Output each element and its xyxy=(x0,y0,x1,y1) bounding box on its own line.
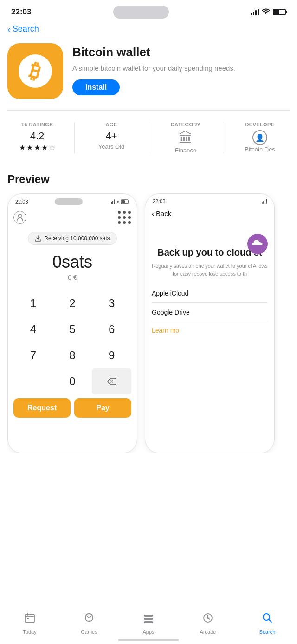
key-8[interactable]: 8 xyxy=(53,342,92,368)
app-name: Bitcoin wallet xyxy=(72,45,290,59)
ss1-receiving-badge: Receiving 10,000,000 sats xyxy=(28,232,116,245)
category-icon: 🏛 xyxy=(179,130,193,146)
app-icon: ₿ xyxy=(7,43,63,99)
developer-value: Bitcoin Des xyxy=(245,146,275,153)
status-bar: 22:03 xyxy=(0,0,297,22)
phone2-time: 22:03 xyxy=(153,198,166,204)
screenshot2-content: ‹ Back Back up you to cloud st Reguarly … xyxy=(145,206,274,338)
key-3[interactable]: 3 xyxy=(92,290,131,316)
screenshot-2: 22:03 ‹ Back B xyxy=(145,193,275,453)
battery-icon xyxy=(273,9,286,15)
app-tagline: A simple bitcoin wallet for your daily s… xyxy=(72,63,290,73)
app-header: ₿ Bitcoin wallet A simple bitcoin wallet… xyxy=(0,39,297,110)
signal-icon xyxy=(251,9,259,15)
preview-section: Preview 22:03 ✦ xyxy=(0,165,297,453)
svg-point-14 xyxy=(207,617,209,619)
tab-arcade[interactable]: Arcade xyxy=(189,612,226,635)
tab-arcade-label: Arcade xyxy=(200,629,216,635)
ss2-back-chevron: ‹ xyxy=(152,210,154,217)
age-stat: AGE 4+ Years Old xyxy=(74,118,148,158)
pay-button[interactable]: Pay xyxy=(74,398,131,418)
ratings-stars: ★ ★ ★ ★ ☆ xyxy=(19,143,55,152)
ss2-description: Reguarly saves an enc your wallet to you… xyxy=(152,262,268,277)
tab-apps[interactable]: Apps xyxy=(130,612,167,635)
svg-line-16 xyxy=(269,620,272,623)
tab-apps-label: Apps xyxy=(142,629,154,635)
ss2-learn-more[interactable]: Learn mo xyxy=(152,327,268,334)
ratings-stat: 15 RATINGS 4.2 ★ ★ ★ ★ ☆ xyxy=(0,118,74,158)
svg-point-9 xyxy=(89,621,90,622)
status-icons xyxy=(251,8,286,16)
tab-search-label: Search xyxy=(259,629,276,635)
key-5[interactable]: 5 xyxy=(53,316,92,342)
key-9[interactable]: 9 xyxy=(92,342,131,368)
ss2-back-label: Back xyxy=(156,210,171,217)
today-icon xyxy=(24,612,36,627)
age-label: AGE xyxy=(105,122,117,127)
screenshots-row: 22:03 ✦ xyxy=(7,193,290,453)
back-button[interactable]: ‹ Search xyxy=(7,24,290,34)
wifi-icon xyxy=(262,8,270,16)
category-stat: CATEGORY 🏛 Finance xyxy=(148,118,223,158)
key-6[interactable]: 6 xyxy=(92,316,131,342)
phone1-time: 22:03 xyxy=(15,199,28,204)
phone2-statusbar: 22:03 xyxy=(145,194,274,206)
key-empty xyxy=(13,368,53,394)
key-0[interactable]: 0 xyxy=(53,368,92,394)
svg-rect-4 xyxy=(25,614,34,623)
age-value: 4+ xyxy=(105,130,117,142)
ss1-euro: 0 € xyxy=(13,274,131,281)
phone1-statusbar: 22:03 ✦ xyxy=(8,194,137,207)
ss1-amount: 0sats xyxy=(13,252,131,272)
install-button[interactable]: Install xyxy=(72,79,120,95)
ss1-keypad: 1 2 3 4 5 6 7 8 9 0 xyxy=(13,290,131,394)
phone1-signal xyxy=(110,199,115,204)
phone2-icons xyxy=(262,199,267,204)
phone1-pill xyxy=(55,198,83,205)
ss1-badge-text: Receiving 10,000,000 sats xyxy=(44,235,110,242)
ss1-grid-icon xyxy=(117,210,131,224)
svg-point-3 xyxy=(18,214,22,218)
key-7[interactable]: 7 xyxy=(13,342,53,368)
bitcoin-symbol-text: ₿ xyxy=(28,60,43,82)
key-delete[interactable] xyxy=(92,368,131,394)
home-indicator xyxy=(118,639,179,641)
svg-rect-1 xyxy=(129,201,129,203)
tab-search[interactable]: Search xyxy=(249,612,286,635)
app-info: Bitcoin wallet A simple bitcoin wallet f… xyxy=(72,43,290,95)
bitcoin-logo: ₿ xyxy=(19,54,52,88)
ss2-back-button[interactable]: ‹ Back xyxy=(152,210,268,217)
svg-rect-11 xyxy=(144,618,153,620)
phone1-battery xyxy=(121,199,129,204)
ss1-avatar-icon xyxy=(13,211,26,224)
ss2-option-gdrive[interactable]: Google Drive xyxy=(152,303,268,322)
key-4[interactable]: 4 xyxy=(13,316,53,342)
category-label: CATEGORY xyxy=(171,122,200,127)
svg-rect-2 xyxy=(122,200,125,203)
svg-rect-10 xyxy=(144,615,153,617)
back-navigation: ‹ Search xyxy=(0,22,297,39)
developer-label: DEVELOPE xyxy=(245,122,274,127)
back-chevron-icon: ‹ xyxy=(7,25,11,34)
key-2[interactable]: 2 xyxy=(53,290,92,316)
request-button[interactable]: Request xyxy=(13,398,71,418)
screenshot1-content: Receiving 10,000,000 sats 0sats 0 € 1 2 … xyxy=(8,207,137,421)
status-time: 22:03 xyxy=(11,7,31,17)
category-value: Finance xyxy=(175,147,196,154)
svg-rect-12 xyxy=(144,621,153,623)
phone1-icons: ✦ xyxy=(110,199,129,204)
ratings-value: 4.2 xyxy=(30,130,45,142)
ss2-option-icloud[interactable]: Apple iCloud xyxy=(152,284,268,303)
tab-today[interactable]: Today xyxy=(11,612,48,635)
back-label: Search xyxy=(13,24,39,34)
dynamic-island xyxy=(113,6,169,19)
phone2-signal xyxy=(262,199,267,204)
screenshot-1: 22:03 ✦ xyxy=(7,193,137,453)
arcade-icon xyxy=(202,612,214,627)
phone1-sparkle: ✦ xyxy=(116,199,120,204)
ss2-cloud-icon xyxy=(247,234,268,254)
tab-games[interactable]: Games xyxy=(71,612,108,635)
tab-today-label: Today xyxy=(23,629,36,635)
key-1[interactable]: 1 xyxy=(13,290,53,316)
stats-row: 15 RATINGS 4.2 ★ ★ ★ ★ ☆ AGE 4+ Years Ol… xyxy=(0,111,297,165)
